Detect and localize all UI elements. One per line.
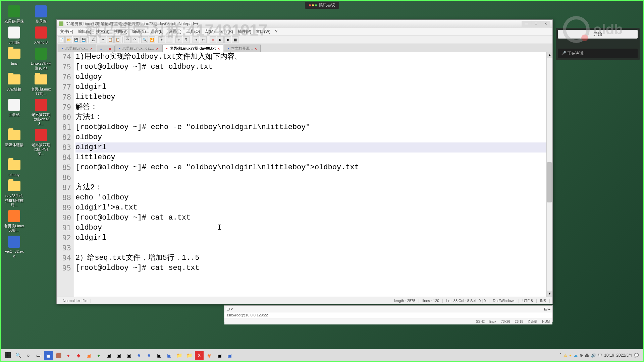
tray-network-icon[interactable]: 🖧 xyxy=(585,353,589,358)
taskbar-app[interactable]: e xyxy=(145,351,153,360)
code-line[interactable] xyxy=(75,243,552,253)
tray-icon[interactable]: ⚠ xyxy=(564,353,567,358)
menu-item[interactable]: 工具(O) xyxy=(184,28,202,35)
save-all-icon[interactable]: 💾 xyxy=(80,36,87,43)
taskbar-app[interactable]: ▣ xyxy=(155,351,163,360)
code-line[interactable]: 2）给seq.txt文件，增加5行，1..5 xyxy=(75,253,552,263)
taskbar-app[interactable]: 📁 xyxy=(185,351,194,360)
menu-item[interactable]: 语言(L) xyxy=(149,28,166,35)
desktop-icon[interactable]: 其它链接 xyxy=(4,72,24,96)
start-button[interactable]: 开始 xyxy=(558,30,638,39)
desktop-icon[interactable]: 老男孩77期七组-ens33... xyxy=(31,98,51,126)
minimize-button[interactable]: — xyxy=(522,21,531,27)
new-file-icon[interactable]: 📄 xyxy=(58,36,65,43)
desktop-icon[interactable]: 幕录像 xyxy=(31,4,51,23)
editor-tab[interactable]: ●...× xyxy=(97,46,115,52)
code-line[interactable]: oldboy xyxy=(75,132,552,142)
desktop-icon[interactable]: 老男孩Linux77期... xyxy=(31,72,51,96)
tab-close-icon[interactable]: × xyxy=(255,47,257,51)
code-line[interactable]: oldgirl'>a.txt xyxy=(75,203,552,213)
tray-time[interactable]: 10:19 xyxy=(604,353,614,358)
indent-icon[interactable]: ⇥ xyxy=(193,36,199,43)
desktop-icon[interactable]: XMind 8 xyxy=(31,25,51,45)
menu-item[interactable]: 视图(V) xyxy=(112,28,129,35)
find-icon[interactable]: 🔍 xyxy=(141,36,148,43)
code-line[interactable]: littleboy xyxy=(75,92,552,102)
editor-tab[interactable]: ●老男孩Linux77期-day08.txt× xyxy=(162,45,223,52)
close-button[interactable]: ✕ xyxy=(541,21,550,27)
record-icon[interactable]: ● xyxy=(210,36,216,43)
terminal-address[interactable]: ssh://root@10.0.0.129:22 xyxy=(224,312,552,318)
system-tray[interactable]: ˄ ⚠ ● ☁ ⊕ 🖧 🔊 中 10:19 2022/3/4 💬 xyxy=(557,352,642,358)
cortana-icon[interactable]: ○ xyxy=(24,351,33,360)
code-line[interactable]: oldboy I xyxy=(75,223,552,233)
desktop-icon[interactable]: 老男孩77期七组 PS1变... xyxy=(31,128,51,156)
title-bar[interactable]: D:\老男孩Linux77期笔记\课堂笔记\老男孩Linux77期-day08.… xyxy=(57,20,552,28)
redo-icon[interactable]: ↷ xyxy=(131,36,138,43)
cut-icon[interactable]: ✂ xyxy=(100,36,106,43)
taskbar-app[interactable]: ● xyxy=(64,351,73,360)
code-line[interactable]: oldgirl xyxy=(75,233,552,243)
menu-item[interactable]: 插件(P) xyxy=(236,28,253,35)
scroll-thumb[interactable] xyxy=(547,162,552,202)
maximize-button[interactable]: □ xyxy=(531,21,541,27)
taskbar-app[interactable]: X xyxy=(195,351,204,360)
desktop-icon[interactable]: tmp xyxy=(4,47,24,70)
tray-icon[interactable]: ☁ xyxy=(574,353,578,358)
desktop-icon[interactable]: 回收站 xyxy=(4,98,24,126)
terminal-tab-icon[interactable]: ▢ > xyxy=(226,307,233,311)
desktop-icon[interactable]: 老男孩Linux58期... xyxy=(4,209,24,233)
tray-volume-icon[interactable]: 🔊 xyxy=(591,353,596,358)
menu-item[interactable]: 编码(N) xyxy=(130,28,148,35)
play-icon[interactable]: ▶ xyxy=(217,36,224,43)
taskbar-app[interactable]: ▣ xyxy=(104,351,113,360)
desktop-icon[interactable]: Linux77期坐位表.xls xyxy=(31,47,51,70)
tab-close-icon[interactable]: × xyxy=(156,47,158,51)
menu-item[interactable]: 编辑(E) xyxy=(76,28,93,35)
menu-item[interactable]: 运行(R) xyxy=(217,28,235,35)
code-line[interactable]: [root@oldboy ~]# cat oldboy.txt xyxy=(75,62,552,72)
code-line[interactable]: oldgirl xyxy=(75,142,552,153)
code-line[interactable]: 方法1： xyxy=(75,112,552,122)
menu-item[interactable]: 搜索(S) xyxy=(94,28,111,35)
print-icon[interactable]: 🖨 xyxy=(90,36,97,43)
terminal-panel[interactable]: ▢ > ▤ ≡ ssh://root@10.0.0.129:22 SSH2lin… xyxy=(224,305,553,322)
outdent-icon[interactable]: ⇤ xyxy=(200,36,207,43)
copy-icon[interactable]: 📋 xyxy=(107,36,114,43)
save-icon[interactable]: 💾 xyxy=(73,36,79,43)
desktop-icon[interactable]: oldboy xyxy=(4,158,24,177)
menu-item[interactable]: 窗口(W) xyxy=(254,28,272,35)
taskbar-app[interactable]: ▣ xyxy=(114,351,123,360)
code-line[interactable]: 解答： xyxy=(75,102,552,112)
taskbar-app[interactable]: ▣ xyxy=(84,351,93,360)
taskbar-app[interactable]: 📁 xyxy=(175,351,183,360)
taskbar-app[interactable]: ▣ xyxy=(225,351,234,360)
desktop-icon[interactable]: 老男孩-屏保 xyxy=(4,4,24,23)
taskbar-app[interactable]: 🟫 xyxy=(54,351,63,360)
code-line[interactable]: [root@oldboy ~]# echo -e "oldboy\noldgir… xyxy=(75,163,552,173)
code-area[interactable]: 1)用echo实现给oldboy.txt文件加入如下内容。[root@oldbo… xyxy=(74,52,552,297)
taskbar-app[interactable]: ▣ xyxy=(124,351,133,360)
code-line[interactable]: [root@oldboy ~]# cat seq.txt xyxy=(75,263,552,273)
code-line[interactable]: oldgirl xyxy=(75,82,552,92)
taskbar-app[interactable]: ▣ xyxy=(44,351,53,360)
menu-item[interactable]: ? xyxy=(273,28,279,35)
code-line[interactable]: littleboy xyxy=(75,153,552,163)
code-line[interactable]: oldgoy xyxy=(75,72,552,82)
zoom-out-icon[interactable]: - xyxy=(166,36,172,43)
show-all-icon[interactable]: ¶ xyxy=(183,36,190,43)
tray-chevron-icon[interactable]: ˄ xyxy=(559,353,561,358)
editor-tab[interactable]: ●本文档开源...× xyxy=(224,45,260,52)
code-line[interactable]: [root@oldboy ~]# echo -e "oldboy\noldgir… xyxy=(75,122,552,132)
code-line[interactable]: echo 'oldboy xyxy=(75,193,552,203)
tab-close-icon[interactable]: × xyxy=(90,47,92,51)
taskbar-app[interactable]: ◆ xyxy=(74,351,83,360)
replace-icon[interactable]: 🔁 xyxy=(149,36,155,43)
code-line[interactable]: 方法2： xyxy=(75,183,552,193)
code-line[interactable] xyxy=(75,173,552,183)
start-button[interactable] xyxy=(2,350,13,360)
tab-close-icon[interactable]: × xyxy=(109,47,111,51)
search-icon[interactable]: 🔍 xyxy=(14,351,22,360)
scroll-down-icon[interactable]: ▼ xyxy=(547,291,552,297)
tray-icon[interactable]: ⊕ xyxy=(580,353,583,358)
